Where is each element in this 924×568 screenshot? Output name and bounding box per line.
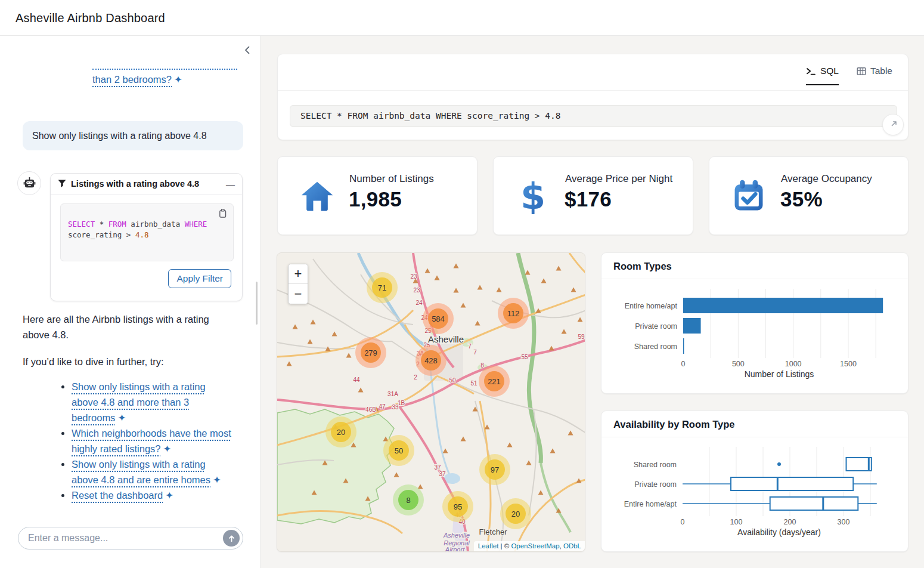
bar-category-label: Private room xyxy=(635,322,677,331)
cluster-marker[interactable]: 50 xyxy=(383,435,414,466)
outlier-point xyxy=(777,462,781,466)
road-number-label: 55 xyxy=(521,354,528,360)
zoom-in-button[interactable]: + xyxy=(289,264,308,284)
previous-suggestion-truncated: than 2 bedrooms?✦ xyxy=(92,69,239,85)
place-label: Fletcher xyxy=(479,527,508,536)
chevron-left-icon xyxy=(242,45,253,55)
bar xyxy=(683,298,883,313)
app-root: Asheville Airbnb Dashboard than 2 bedroo… xyxy=(0,0,924,568)
road-number-label: 7 xyxy=(473,349,477,356)
send-button[interactable] xyxy=(223,530,240,547)
page-title: Asheville Airbnb Dashboard xyxy=(0,0,924,36)
calendar-check-icon xyxy=(731,178,767,214)
filter-sql-code: SELECT * FROM airbnb_data WHERE score_ra… xyxy=(60,203,234,261)
road-number-label: 47 xyxy=(379,403,386,410)
availability-card: Availability by Room Type Shared roomPri… xyxy=(601,410,909,552)
x-axis-label: Number of Listings xyxy=(745,369,814,379)
place-label: Asheville xyxy=(428,334,464,344)
road-number-label: 24 xyxy=(416,300,423,306)
sidebar-collapse-button[interactable] xyxy=(241,44,254,57)
funnel-icon xyxy=(58,180,66,188)
filter-card: Listings with a rating above 4.8 — SELEC… xyxy=(50,173,243,301)
copy-icon[interactable] xyxy=(218,208,228,220)
terminal-icon xyxy=(806,67,816,76)
cluster-marker[interactable]: 584 xyxy=(423,303,454,334)
suggestion-link[interactable]: Reset the dashboard xyxy=(72,490,163,501)
box-category-label: Shared room xyxy=(634,461,677,469)
suggestion-item: Reset the dashboard✦ xyxy=(72,487,234,503)
tab-table[interactable]: Table xyxy=(857,66,892,85)
road-number-label: 59 xyxy=(578,334,585,340)
bar xyxy=(683,338,684,354)
box xyxy=(731,477,853,490)
assistant-message-2: If you’d like to dive in further, try: xyxy=(23,354,238,369)
road-number-label: 51 xyxy=(470,380,477,387)
x-tick-label: 0 xyxy=(681,360,686,368)
cluster-marker[interactable]: 20 xyxy=(325,416,356,447)
suggestion-link[interactable]: Which neighborhoods have the most highly… xyxy=(72,428,231,454)
kpi-label: Average Occupancy xyxy=(781,173,872,185)
suggestion-item: Show only listings with a rating above 4… xyxy=(72,379,234,425)
robot-icon xyxy=(23,177,36,190)
sql-query-display[interactable]: SELECT * FROM airbnb_data WHERE score_ra… xyxy=(290,105,897,127)
query-panel-tabs: SQL Table xyxy=(806,66,892,85)
box xyxy=(770,497,858,510)
x-tick-label: 100 xyxy=(730,518,743,526)
road-number-label: 50 xyxy=(449,377,456,384)
box-category-label: Entire home/apt xyxy=(624,500,677,508)
filter-card-minimize-button[interactable]: — xyxy=(226,180,235,189)
cluster-marker[interactable]: 71 xyxy=(367,272,398,303)
apply-filter-button[interactable]: Apply Filter xyxy=(168,269,231,288)
cluster-marker[interactable]: 20 xyxy=(500,498,531,529)
x-tick-label: 1000 xyxy=(785,360,802,368)
road-number-label: 1B xyxy=(398,400,405,406)
suggestion-link-truncated[interactable]: than 2 bedrooms? xyxy=(92,74,172,85)
attribution-link[interactable]: ODbL xyxy=(563,542,581,550)
tab-sql[interactable]: SQL xyxy=(806,66,839,85)
listings-map[interactable]: 2323242425253A221B4746B31A33445051778555… xyxy=(277,252,585,552)
chat-message-input[interactable] xyxy=(28,533,223,544)
x-tick-label: 0 xyxy=(681,518,685,526)
suggestion-link[interactable]: Show only listings with a rating above 4… xyxy=(72,381,206,423)
suggestion-link[interactable]: Show only listings with a rating above 4… xyxy=(72,459,210,485)
assistant-message-1: Here are all the Airbnb listings with a … xyxy=(23,311,238,342)
sparkle-icon: ✦ xyxy=(174,74,182,85)
availability-box-plot: Shared roomPrivate roomEntire home/apt01… xyxy=(601,437,908,552)
place-label: Airport xyxy=(445,546,465,552)
road-number-label: 8 xyxy=(480,362,484,369)
x-tick-label: 300 xyxy=(838,518,850,526)
filter-card-header: Listings with a rating above 4.8 — xyxy=(51,174,242,195)
expand-icon[interactable] xyxy=(882,114,904,135)
sidebar-scrollbar-thumb[interactable] xyxy=(256,282,258,325)
attribution-text: | © xyxy=(498,542,511,550)
arrow-up-icon xyxy=(228,535,235,542)
house-icon xyxy=(299,178,335,214)
cluster-marker[interactable]: 8 xyxy=(393,484,424,515)
cluster-marker[interactable]: 428 xyxy=(416,345,447,376)
attribution-link[interactable]: Leaflet xyxy=(478,542,499,550)
room-types-bar-chart: Entire home/aptPrivate roomShared room05… xyxy=(601,279,908,394)
map-tiles: 2323242425253A221B4746B31A33445051778555… xyxy=(277,253,585,552)
cluster-marker[interactable]: 97 xyxy=(479,454,510,485)
road-number-label: 46B xyxy=(365,406,376,413)
filter-sql-text: SELECT * FROM airbnb_data WHERE score_ra… xyxy=(68,220,207,239)
cluster-marker[interactable]: 221 xyxy=(479,366,510,397)
suggestion-item: Which neighborhoods have the most highly… xyxy=(72,425,234,456)
chart-title: Availability by Room Type xyxy=(601,411,908,437)
sparkle-icon: ✦ xyxy=(117,410,126,425)
x-tick-label: 1500 xyxy=(840,360,857,368)
road-number-label: 33 xyxy=(392,404,399,410)
room-types-card: Room Types Entire home/aptPrivate roomSh… xyxy=(601,252,909,394)
cluster-marker[interactable]: 112 xyxy=(498,298,529,329)
sparkle-icon: ✦ xyxy=(213,472,221,487)
cluster-marker[interactable]: 279 xyxy=(355,337,386,368)
road-number-label: 7 xyxy=(468,343,472,350)
attribution-link[interactable]: OpenStreetMap xyxy=(511,542,559,550)
kpi-value: 35% xyxy=(780,187,823,211)
bar-category-label: Entire home/apt xyxy=(625,302,678,310)
cluster-marker[interactable]: 95 xyxy=(442,491,473,522)
user-message-bubble: Show only listings with a rating above 4… xyxy=(23,121,243,150)
x-tick-label: 200 xyxy=(784,518,796,526)
suggestion-item: Show only listings with a rating above 4… xyxy=(72,456,234,487)
zoom-out-button[interactable]: − xyxy=(289,284,308,304)
